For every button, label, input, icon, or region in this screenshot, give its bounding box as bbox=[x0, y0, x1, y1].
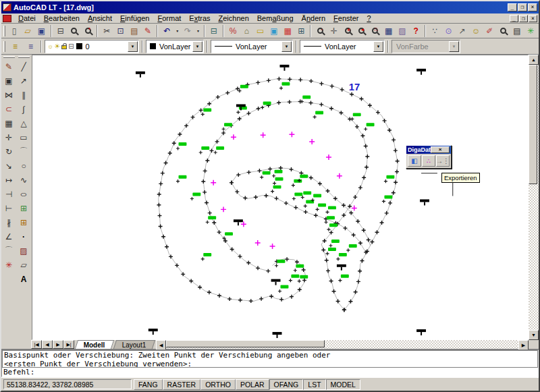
layers-button[interactable]: ≡ bbox=[7, 40, 23, 53]
paste-button[interactable]: ▤ bbox=[128, 24, 141, 38]
polygon-button[interactable]: △ bbox=[17, 116, 30, 130]
distance-button[interactable]: ⊙ bbox=[442, 24, 456, 38]
text-button[interactable]: A bbox=[17, 272, 30, 286]
line-button[interactable]: ╱ bbox=[17, 59, 30, 74]
scroll-left-button[interactable]: ◀ bbox=[156, 340, 166, 350]
match-properties-button[interactable]: ✎ bbox=[141, 24, 155, 38]
properties-window-button[interactable]: ⊞ bbox=[294, 24, 308, 38]
stretch-button[interactable]: ↦ bbox=[2, 173, 16, 187]
tab-modell[interactable]: Modell bbox=[75, 340, 114, 349]
save-button[interactable]: ▣ bbox=[34, 24, 48, 38]
tab-layout1[interactable]: Layout1 bbox=[113, 340, 155, 349]
rectangle-button[interactable]: ▭ bbox=[17, 130, 30, 144]
layer-manager-button[interactable]: ▦ bbox=[281, 24, 294, 38]
print-preview-button[interactable] bbox=[68, 24, 81, 38]
scroll-down-button[interactable]: ▼ bbox=[529, 330, 539, 340]
erase-button[interactable]: ✎ bbox=[2, 59, 16, 74]
undo-options-button[interactable]: ▾ bbox=[173, 24, 181, 38]
tab-first-button[interactable]: |◀ bbox=[31, 340, 42, 349]
coordinates-display[interactable]: 55138.83422, 33782.08985 bbox=[3, 379, 132, 389]
toggle-ofang[interactable]: OFANG bbox=[269, 379, 304, 390]
menu-einfügen[interactable]: Einfügen bbox=[116, 13, 153, 23]
make-block-button[interactable]: ⊞ bbox=[17, 215, 30, 229]
redo-options-button[interactable]: ▾ bbox=[194, 24, 202, 38]
region-mass-button[interactable]: ☺ bbox=[469, 24, 483, 38]
region-button[interactable]: ▱ bbox=[17, 258, 30, 272]
layer-combo[interactable]: ☼ ☀ ⊟ 0 ▼ bbox=[45, 40, 139, 53]
toolbar-grip[interactable] bbox=[3, 26, 5, 36]
pan-realtime-button[interactable]: ✛ bbox=[327, 24, 341, 38]
insert-block-button[interactable]: ⊞ bbox=[17, 201, 30, 215]
menu-ansicht[interactable]: Ansicht bbox=[84, 13, 116, 23]
child-close-button[interactable]: × bbox=[529, 15, 537, 22]
display-options-button[interactable]: ✳ bbox=[524, 24, 537, 38]
today-window-button[interactable]: ▦ bbox=[382, 24, 396, 38]
menu-format[interactable]: Format bbox=[153, 13, 185, 23]
lineweight-combo-dropdown[interactable]: ▼ bbox=[373, 41, 383, 52]
scale-button[interactable]: ↘ bbox=[2, 159, 16, 173]
arc-button[interactable]: ⌒ bbox=[17, 144, 30, 159]
toggle-polar[interactable]: POLAR bbox=[236, 379, 269, 390]
draw-order-button[interactable]: ▣ bbox=[267, 24, 281, 38]
toggle-ortho[interactable]: ORTHO bbox=[200, 379, 236, 390]
command-history[interactable]: Basispunkt oder Verschiebung: Zweiten Pu… bbox=[2, 350, 538, 368]
tab-prev-button[interactable]: ◀ bbox=[42, 340, 53, 349]
explode-button[interactable]: ✳ bbox=[2, 258, 16, 272]
linetype-combo-dropdown[interactable]: ▼ bbox=[281, 41, 292, 52]
document-system-icon[interactable] bbox=[3, 15, 11, 22]
command-input[interactable]: Befehl: bbox=[2, 368, 538, 376]
tab-last-button[interactable]: ▶| bbox=[63, 340, 74, 349]
break-button[interactable]: ∦ bbox=[2, 215, 16, 229]
ellipse-button[interactable]: ○ bbox=[17, 187, 30, 201]
scroll-right-button[interactable]: ▶ bbox=[518, 340, 529, 350]
object-snap-settings-button[interactable]: % bbox=[226, 24, 240, 38]
scroll-up-button[interactable]: ▲ bbox=[529, 55, 539, 65]
digadat-export-button[interactable]: →⋮ bbox=[436, 155, 450, 167]
menu-bemaßung[interactable]: Bemaßung bbox=[253, 13, 298, 23]
menu-fenster[interactable]: Fenster bbox=[329, 13, 362, 23]
move-button[interactable]: ✛ bbox=[2, 130, 16, 144]
drawing-area[interactable]: 17 DigaDat × ◧∴→⋮ Exportieren bbox=[32, 55, 529, 340]
digadat-import-button[interactable]: ◧ bbox=[408, 155, 421, 167]
menu-help[interactable]: ? bbox=[362, 13, 375, 23]
trim-button[interactable]: ⊣ bbox=[2, 187, 16, 201]
toggle-raster[interactable]: RASTER bbox=[163, 379, 201, 390]
redo-button[interactable]: ↷ bbox=[181, 24, 194, 38]
restore-button[interactable]: ❐ bbox=[518, 3, 527, 11]
lineweight-combo[interactable]: VonLayer ▼ bbox=[300, 40, 385, 53]
menu-datei[interactable]: Datei bbox=[14, 13, 40, 23]
print-button[interactable]: ⊟ bbox=[54, 24, 68, 38]
linetype-combo[interactable]: VonLayer ▼ bbox=[211, 40, 293, 53]
fillet-button[interactable]: ⌒ bbox=[2, 244, 16, 258]
new-button[interactable]: ▯ bbox=[7, 24, 21, 38]
zoom-previous-button[interactable]: ◂ bbox=[354, 24, 368, 38]
close-button[interactable]: × bbox=[528, 3, 537, 11]
circle-button[interactable]: ○ bbox=[17, 159, 30, 173]
toolbar-grip[interactable] bbox=[3, 41, 5, 52]
extend-button[interactable]: ⊢ bbox=[2, 201, 16, 215]
palette-window-button[interactable]: ▨ bbox=[396, 24, 409, 38]
toolbar-grip[interactable] bbox=[18, 56, 30, 58]
layer-combo-dropdown[interactable]: ▼ bbox=[128, 41, 138, 52]
locate-point-button[interactable]: ↗ bbox=[456, 24, 469, 38]
vertical-scroll-track[interactable] bbox=[529, 65, 539, 330]
chamfer-button[interactable]: ∠ bbox=[2, 229, 16, 244]
toggle-model[interactable]: MODEL bbox=[326, 379, 360, 390]
help-button[interactable]: ? bbox=[409, 24, 423, 38]
digadat-title-bar[interactable]: DigaDat × bbox=[406, 146, 451, 154]
named-views-button[interactable]: ⌂ bbox=[240, 24, 253, 38]
horizontal-scrollbar[interactable]: ◀ ▶ bbox=[156, 340, 529, 349]
color-combo[interactable]: VonLayer ▼ bbox=[146, 40, 204, 53]
mirror-button[interactable]: ⋈ bbox=[2, 88, 16, 102]
undo-button[interactable]: ↶ bbox=[160, 24, 173, 38]
plot-button[interactable]: ⊟ bbox=[207, 24, 221, 38]
aerial-view-button[interactable]: ▫ bbox=[313, 24, 327, 38]
list-button[interactable]: ▤ bbox=[510, 24, 524, 38]
construction-line-button[interactable]: ↗ bbox=[17, 74, 30, 88]
digadat-close-button[interactable]: × bbox=[431, 146, 450, 153]
polyline-button[interactable]: ∫ bbox=[17, 102, 30, 116]
horizontal-scroll-track[interactable] bbox=[166, 340, 518, 349]
toolbar-grip[interactable] bbox=[3, 56, 15, 58]
menu-bearbeiten[interactable]: Bearbeiten bbox=[40, 13, 84, 23]
child-minimize-button[interactable]: _ bbox=[510, 15, 518, 22]
